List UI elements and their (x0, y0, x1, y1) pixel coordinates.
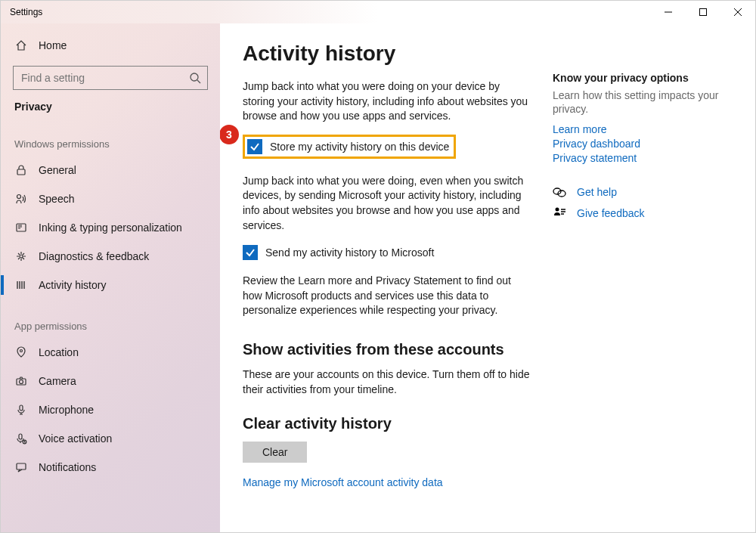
nav-item-speech[interactable]: Speech (1, 184, 220, 213)
close-button[interactable] (720, 1, 755, 23)
svg-rect-12 (17, 463, 26, 469)
diagnostics-icon (14, 249, 28, 263)
notifications-icon (14, 460, 28, 474)
nav-item-inking-typing-personalization[interactable]: Inking & typing personalization (1, 213, 220, 242)
side-link-learn-more[interactable]: Learn more (553, 123, 733, 135)
nav-item-notifications[interactable]: Notifications (1, 453, 220, 482)
svg-rect-0 (700, 9, 707, 16)
nav-item-voice-activation[interactable]: Voice activation (1, 424, 220, 453)
feedback-icon (553, 206, 566, 220)
page-title: Activity history (243, 42, 553, 66)
checkbox-send-activity[interactable] (243, 245, 258, 260)
nav-item-label: Speech (39, 193, 74, 205)
nav-item-label: Activity history (39, 279, 106, 291)
search-icon (188, 71, 202, 85)
svg-point-1 (191, 73, 198, 81)
svg-point-6 (20, 350, 23, 352)
nav-item-activity-history[interactable]: Activity history (1, 271, 220, 299)
nav-item-label: Camera (39, 375, 76, 387)
checkbox-send-activity-label: Send my activity history to Microsoft (265, 246, 434, 259)
intro-text-2: Jump back into what you were doing, even… (243, 174, 530, 233)
side-link-privacy-statement[interactable]: Privacy statement (553, 152, 733, 164)
speech-icon (14, 192, 28, 206)
titlebar: Settings (1, 1, 755, 23)
svg-point-3 (17, 195, 21, 199)
clear-heading: Clear activity history (243, 415, 553, 432)
home-nav[interactable]: Home (1, 31, 220, 60)
section-header-windows-permissions: Windows permissions (1, 117, 220, 156)
nav-item-label: General (39, 164, 76, 176)
camera-icon (14, 374, 28, 388)
review-text: Review the Learn more and Privacy Statem… (243, 274, 530, 318)
clear-button[interactable]: Clear (243, 442, 307, 463)
inking-icon (14, 221, 28, 234)
svg-point-15 (556, 208, 559, 212)
svg-rect-10 (19, 434, 22, 439)
nav-item-label: Inking & typing personalization (39, 222, 182, 234)
nav-item-camera[interactable]: Camera (1, 367, 220, 395)
svg-point-5 (20, 255, 23, 258)
search-box[interactable] (13, 66, 208, 90)
get-help-link[interactable]: Get help (577, 186, 617, 198)
location-icon (14, 346, 28, 359)
minimize-button[interactable] (651, 1, 686, 23)
search-input[interactable] (13, 66, 208, 90)
home-icon (14, 39, 28, 52)
nav-item-label: Voice activation (39, 432, 112, 445)
checkbox-store-activity[interactable] (247, 139, 262, 154)
nav-item-label: Notifications (39, 461, 96, 473)
side-column: Know your privacy options Learn how this… (553, 42, 742, 532)
svg-point-8 (20, 380, 23, 384)
nav-item-diagnostics-feedback[interactable]: Diagnostics & feedback (1, 242, 220, 271)
side-heading: Know your privacy options (553, 72, 733, 84)
manage-account-link[interactable]: Manage my Microsoft account activity dat… (243, 476, 553, 488)
nav-item-microphone[interactable]: Microphone (1, 395, 220, 424)
svg-rect-2 (17, 169, 25, 175)
give-feedback-link[interactable]: Give feedback (577, 207, 645, 219)
nav-item-label: Diagnostics & feedback (39, 250, 149, 262)
nav-item-label: Microphone (39, 404, 94, 416)
nav-item-location[interactable]: Location (1, 338, 220, 367)
maximize-button[interactable] (686, 1, 720, 23)
nav-item-label: Location (39, 346, 79, 358)
activity-icon (14, 278, 28, 292)
intro-text-1: Jump back into what you were doing on yo… (243, 79, 530, 124)
side-link-privacy-dashboard[interactable]: Privacy dashboard (553, 138, 733, 150)
sidebar: Home Privacy Windows permissions General… (1, 23, 220, 532)
nav-item-general[interactable]: General (1, 156, 220, 184)
main-content: Activity history Jump back into what you… (220, 42, 553, 532)
callout-badge: 3 (220, 125, 239, 144)
highlighted-checkbox-row: 3 Store my activity history on this devi… (243, 135, 456, 159)
checkbox-send-row: Send my activity history to Microsoft (243, 245, 553, 260)
lock-icon (14, 163, 28, 177)
svg-rect-9 (20, 405, 23, 411)
voice-icon (14, 432, 28, 445)
side-subtext: Learn how this setting impacts your priv… (553, 88, 733, 116)
section-header-app-permissions: App permissions (1, 299, 220, 338)
help-icon (553, 185, 566, 199)
microphone-icon (14, 403, 28, 417)
home-label: Home (39, 39, 67, 51)
accounts-heading: Show activities from these accounts (243, 341, 553, 358)
accounts-text: These are your accounts on this device. … (243, 367, 530, 397)
window-title: Settings (1, 7, 42, 17)
current-category: Privacy (1, 96, 220, 117)
checkbox-store-activity-label: Store my activity history on this device (270, 141, 449, 153)
